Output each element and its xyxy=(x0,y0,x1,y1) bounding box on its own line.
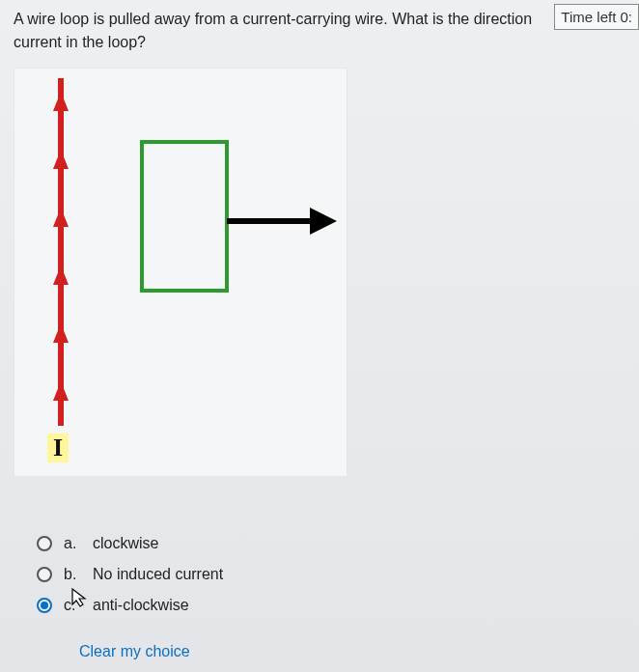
time-left-box: Time left 0: xyxy=(554,4,639,30)
question-page: Time left 0: A wire loop is pulled away … xyxy=(0,0,639,670)
radio-b[interactable] xyxy=(37,567,52,582)
radio-c[interactable] xyxy=(37,598,52,613)
answer-c-text: anti-clockwise xyxy=(93,597,189,614)
answer-c-letter: c. xyxy=(64,597,81,614)
svg-marker-4 xyxy=(53,323,69,343)
loop-rectangle xyxy=(142,142,227,291)
svg-marker-1 xyxy=(53,150,69,169)
radio-a[interactable] xyxy=(37,536,52,551)
answer-b[interactable]: b. No induced current xyxy=(37,566,629,583)
answer-a-text: clockwise xyxy=(93,535,158,552)
answer-b-letter: b. xyxy=(64,566,81,583)
answer-c[interactable]: c. anti-clockwise xyxy=(37,597,629,614)
question-line-1: A wire loop is pulled away from a curren… xyxy=(14,11,532,27)
svg-marker-3 xyxy=(53,266,69,285)
answer-b-text: No induced current xyxy=(93,566,223,583)
current-label: I xyxy=(47,434,69,462)
question-text: A wire loop is pulled away from a curren… xyxy=(14,8,629,54)
svg-marker-2 xyxy=(53,208,69,227)
svg-marker-5 xyxy=(53,381,69,401)
diagram-svg xyxy=(14,69,348,478)
question-line-2: current in the loop? xyxy=(14,34,146,50)
time-left-label: Time left 0: xyxy=(561,9,632,25)
physics-diagram: I xyxy=(14,68,347,477)
answer-options: a. clockwise b. No induced current c. an… xyxy=(14,516,629,660)
svg-marker-0 xyxy=(53,92,69,111)
motion-arrow-head xyxy=(310,208,337,235)
answer-a-letter: a. xyxy=(64,535,81,552)
answer-a[interactable]: a. clockwise xyxy=(37,535,629,552)
clear-choice-link[interactable]: Clear my choice xyxy=(79,643,190,660)
